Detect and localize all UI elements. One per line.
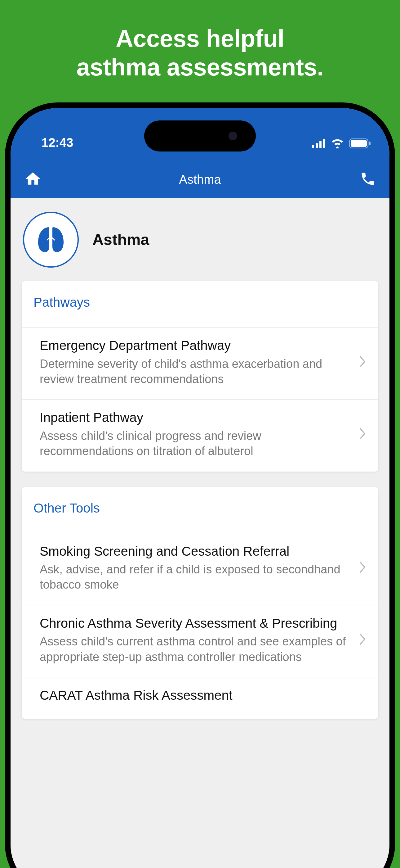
section-pathways: Pathways Emergency Department Pathway De… [22,281,378,471]
list-item-body: Smoking Screening and Cessation Referral… [40,543,353,593]
promo-title: Access helpful asthma assessments. [0,0,400,81]
list-item-title: Chronic Asthma Severity Assessment & Pre… [40,615,353,632]
chevron-right-icon [359,561,367,575]
chevron-right-icon [359,355,367,369]
dynamic-island [144,120,256,152]
list-item-title: Smoking Screening and Cessation Referral [40,543,353,560]
page-header: Asthma [10,198,390,281]
list-item-title: CARAT Asthma Risk Assessment [40,687,367,704]
section-header: Other Tools [22,487,378,533]
promo-title-line1: Access helpful [0,24,400,53]
list-item-desc: Ask, advise, and refer if a child is exp… [40,562,353,593]
front-camera [229,132,237,140]
svg-rect-0 [312,145,314,148]
phone-icon[interactable] [360,171,376,188]
nav-title: Asthma [179,173,221,187]
home-icon[interactable] [24,170,41,189]
lungs-icon [23,212,79,268]
cellular-signal-icon [312,139,326,149]
list-item[interactable]: Chronic Asthma Severity Assessment & Pre… [22,605,378,677]
svg-rect-5 [351,140,367,147]
list-item-body: CARAT Asthma Risk Assessment [40,687,367,706]
status-time: 12:43 [29,136,73,150]
list-item-desc: Assess child's current asthma control an… [40,634,353,665]
nav-bar: Asthma [10,161,390,198]
section-other-tools: Other Tools Smoking Screening and Cessat… [22,487,378,719]
list-item[interactable]: Inpatient Pathway Assess child's clinica… [22,399,378,471]
phone-screen: 12:43 Asthma [10,108,390,868]
list-item-body: Inpatient Pathway Assess child's clinica… [40,409,353,459]
svg-rect-2 [320,141,322,148]
battery-icon [349,138,371,150]
list-item-desc: Assess child's clinical progress and rev… [40,428,353,459]
svg-rect-1 [316,143,318,148]
section-header: Pathways [22,281,378,327]
phone-frame: 12:43 Asthma [5,102,395,868]
chevron-right-icon [359,428,367,441]
wifi-icon [331,138,344,150]
list-item-body: Chronic Asthma Severity Assessment & Pre… [40,615,353,665]
list-item[interactable]: Emergency Department Pathway Determine s… [22,327,378,399]
list-item-title: Inpatient Pathway [40,409,353,426]
page-title: Asthma [92,231,149,249]
list-item-desc: Determine severity of child's asthma exa… [40,356,353,387]
list-item[interactable]: Smoking Screening and Cessation Referral… [22,533,378,605]
list-item-body: Emergency Department Pathway Determine s… [40,337,353,387]
status-icons [312,138,371,150]
svg-rect-6 [369,142,371,145]
promo-title-line2: asthma assessments. [0,53,400,81]
content-area: Asthma Pathways Emergency Department Pat… [10,198,390,868]
svg-rect-3 [323,139,325,148]
chevron-right-icon [359,633,367,647]
list-item[interactable]: CARAT Asthma Risk Assessment [22,677,378,719]
list-item-title: Emergency Department Pathway [40,337,353,354]
